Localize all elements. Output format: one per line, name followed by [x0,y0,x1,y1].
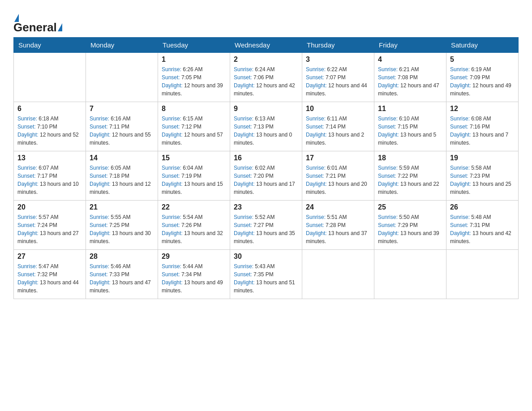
cell-info: Sunrise: 5:50 AMSunset: 7:29 PMDaylight:… [378,213,442,245]
cell-sunrise: Sunrise: 6:22 AM [306,65,370,73]
cell-sunset: Sunset: 7:09 PM [450,73,515,81]
cell-info: Sunrise: 6:22 AMSunset: 7:07 PMDaylight:… [306,65,370,98]
cell-daylight: Daylight: 13 hours and 49 minutes. [162,278,226,295]
cell-info: Sunrise: 6:11 AMSunset: 7:14 PMDaylight:… [306,115,370,147]
cell-info: Sunrise: 5:52 AMSunset: 7:27 PMDaylight:… [234,213,298,245]
cell-daylight: Daylight: 13 hours and 25 minutes. [450,180,515,196]
cell-sunset: Sunset: 7:07 PM [306,73,370,81]
cell-day-number: 1 [162,56,226,64]
calendar-cell: 26Sunrise: 5:48 AMSunset: 7:31 PMDayligh… [446,201,519,250]
calendar-cell: 19Sunrise: 5:58 AMSunset: 7:23 PMDayligh… [446,151,519,201]
cell-sunrise: Sunrise: 5:55 AM [90,213,154,221]
calendar-week-5: 27Sunrise: 5:47 AMSunset: 7:32 PMDayligh… [14,250,519,299]
cell-day-number: 3 [306,56,370,64]
cell-sunset: Sunset: 7:14 PM [306,123,370,131]
cell-daylight: Daylight: 13 hours and 42 minutes. [450,229,515,245]
calendar-cell: 1Sunrise: 6:26 AMSunset: 7:05 PMDaylight… [158,53,230,102]
cell-daylight: Daylight: 13 hours and 44 minutes. [17,278,82,295]
cell-sunset: Sunset: 7:34 PM [162,270,226,278]
calendar-table: SundayMondayTuesdayWednesdayThursdayFrid… [13,37,519,299]
cell-info: Sunrise: 6:10 AMSunset: 7:15 PMDaylight:… [378,115,442,147]
calendar-cell [446,250,519,299]
cell-sunrise: Sunrise: 6:07 AM [17,164,82,172]
cell-sunset: Sunset: 7:21 PM [306,172,370,180]
cell-info: Sunrise: 6:07 AMSunset: 7:17 PMDaylight:… [17,164,82,196]
calendar-cell: 3Sunrise: 6:22 AMSunset: 7:07 PMDaylight… [302,53,374,102]
cell-daylight: Daylight: 13 hours and 27 minutes. [17,229,82,245]
cell-daylight: Daylight: 13 hours and 7 minutes. [450,131,515,147]
calendar-cell: 6Sunrise: 6:18 AMSunset: 7:10 PMDaylight… [14,102,86,151]
cell-sunset: Sunset: 7:25 PM [90,221,154,229]
cell-daylight: Daylight: 12 hours and 57 minutes. [162,131,226,147]
cell-sunrise: Sunrise: 6:11 AM [306,115,370,123]
cell-sunrise: Sunrise: 5:46 AM [90,262,154,270]
calendar-cell: 7Sunrise: 6:16 AMSunset: 7:11 PMDaylight… [86,102,158,151]
cell-info: Sunrise: 5:44 AMSunset: 7:34 PMDaylight:… [162,262,226,295]
cell-day-number: 19 [450,154,515,162]
cell-sunset: Sunset: 7:20 PM [234,172,298,180]
calendar-body: 1Sunrise: 6:26 AMSunset: 7:05 PMDaylight… [14,53,519,299]
cell-info: Sunrise: 5:59 AMSunset: 7:22 PMDaylight:… [378,164,442,196]
cell-info: Sunrise: 5:58 AMSunset: 7:23 PMDaylight:… [450,164,515,196]
calendar-cell: 30Sunrise: 5:43 AMSunset: 7:35 PMDayligh… [230,250,302,299]
cell-sunset: Sunset: 7:17 PM [17,172,82,180]
calendar-cell: 21Sunrise: 5:55 AMSunset: 7:25 PMDayligh… [86,201,158,250]
calendar-header: SundayMondayTuesdayWednesdayThursdayFrid… [14,38,519,53]
calendar-cell [374,250,446,299]
calendar-cell: 2Sunrise: 6:24 AMSunset: 7:06 PMDaylight… [230,53,302,102]
cell-info: Sunrise: 5:48 AMSunset: 7:31 PMDaylight:… [450,213,515,245]
cell-day-number: 25 [378,203,442,211]
cell-daylight: Daylight: 13 hours and 32 minutes. [162,229,226,245]
cell-sunset: Sunset: 7:13 PM [234,123,298,131]
cell-day-number: 22 [162,203,226,211]
cell-daylight: Daylight: 13 hours and 30 minutes. [90,229,154,245]
calendar-cell: 4Sunrise: 6:21 AMSunset: 7:08 PMDaylight… [374,53,446,102]
cell-info: Sunrise: 6:01 AMSunset: 7:21 PMDaylight:… [306,164,370,196]
calendar-week-4: 20Sunrise: 5:57 AMSunset: 7:24 PMDayligh… [14,201,519,250]
page-header: General [13,9,519,33]
calendar-cell: 25Sunrise: 5:50 AMSunset: 7:29 PMDayligh… [374,201,446,250]
cell-day-number: 26 [450,203,515,211]
calendar-cell [14,53,86,102]
cell-info: Sunrise: 6:02 AMSunset: 7:20 PMDaylight:… [234,164,298,196]
cell-daylight: Daylight: 12 hours and 42 minutes. [234,81,298,98]
cell-sunrise: Sunrise: 6:02 AM [234,164,298,172]
cell-daylight: Daylight: 13 hours and 17 minutes. [234,180,298,196]
cell-sunrise: Sunrise: 6:26 AM [162,65,226,73]
calendar-cell [86,53,158,102]
cell-sunset: Sunset: 7:05 PM [162,73,226,81]
header-cell-friday: Friday [374,38,446,53]
cell-day-number: 15 [162,154,226,162]
cell-daylight: Daylight: 13 hours and 10 minutes. [17,180,82,196]
cell-day-number: 24 [306,203,370,211]
calendar-cell: 5Sunrise: 6:19 AMSunset: 7:09 PMDaylight… [446,53,519,102]
cell-sunrise: Sunrise: 6:04 AM [162,164,226,172]
cell-info: Sunrise: 5:43 AMSunset: 7:35 PMDaylight:… [234,262,298,295]
cell-sunrise: Sunrise: 5:50 AM [378,213,442,221]
calendar-cell: 20Sunrise: 5:57 AMSunset: 7:24 PMDayligh… [14,201,86,250]
cell-info: Sunrise: 6:05 AMSunset: 7:18 PMDaylight:… [90,164,154,196]
cell-sunset: Sunset: 7:10 PM [17,123,82,131]
cell-info: Sunrise: 6:04 AMSunset: 7:19 PMDaylight:… [162,164,226,196]
cell-info: Sunrise: 6:18 AMSunset: 7:10 PMDaylight:… [17,115,82,147]
cell-daylight: Daylight: 13 hours and 15 minutes. [162,180,226,196]
cell-sunrise: Sunrise: 5:57 AM [17,213,82,221]
cell-daylight: Daylight: 12 hours and 44 minutes. [306,81,370,98]
cell-daylight: Daylight: 13 hours and 5 minutes. [378,131,442,147]
cell-day-number: 8 [162,105,226,113]
cell-daylight: Daylight: 12 hours and 55 minutes. [90,131,154,147]
cell-day-number: 27 [17,253,82,261]
calendar-cell: 8Sunrise: 6:15 AMSunset: 7:12 PMDaylight… [158,102,230,151]
cell-sunrise: Sunrise: 6:01 AM [306,164,370,172]
cell-info: Sunrise: 5:54 AMSunset: 7:26 PMDaylight:… [162,213,226,245]
calendar-cell: 15Sunrise: 6:04 AMSunset: 7:19 PMDayligh… [158,151,230,201]
cell-sunset: Sunset: 7:27 PM [234,221,298,229]
cell-day-number: 11 [378,105,442,113]
cell-sunrise: Sunrise: 5:54 AM [162,213,226,221]
header-cell-wednesday: Wednesday [230,38,302,53]
header-cell-tuesday: Tuesday [158,38,230,53]
cell-sunrise: Sunrise: 5:52 AM [234,213,298,221]
cell-daylight: Daylight: 12 hours and 52 minutes. [17,131,82,147]
calendar-week-2: 6Sunrise: 6:18 AMSunset: 7:10 PMDaylight… [14,102,519,151]
cell-sunrise: Sunrise: 6:10 AM [378,115,442,123]
